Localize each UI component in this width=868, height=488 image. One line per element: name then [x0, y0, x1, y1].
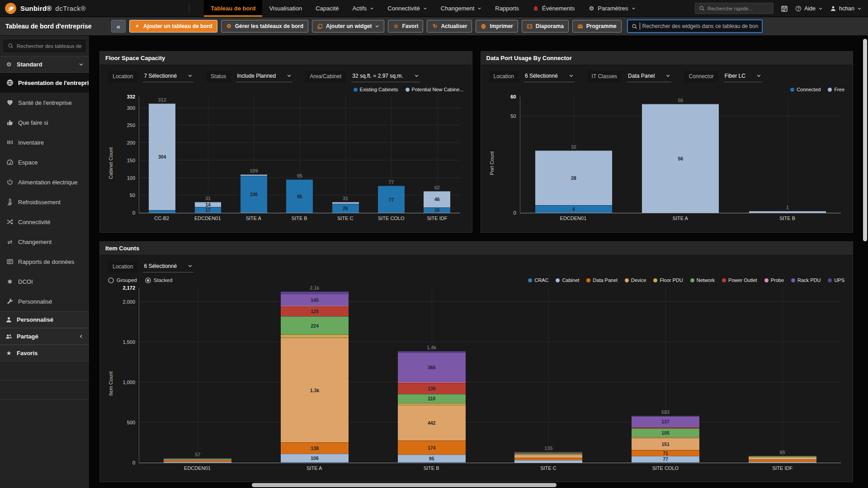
g-rer-les-tableaux-de-bord-button[interactable]: ⚙Gérer les tableaux de bord — [221, 20, 308, 33]
nav-item-v-nements[interactable]: Événements — [526, 0, 581, 17]
imprimer-button[interactable]: Imprimer — [476, 20, 518, 33]
legend-item-crac[interactable]: CRAC — [528, 277, 548, 283]
nav-item-label: Rapports — [495, 5, 519, 12]
calendar-icon[interactable] — [781, 5, 788, 12]
legend-item-power-outlet[interactable]: Power Outlet — [722, 277, 757, 283]
brand-product: dcTrack® — [55, 5, 86, 12]
help-menu[interactable]: Aide — [795, 5, 823, 12]
button-label: Programme — [586, 23, 617, 29]
sidebar-item-espace[interactable]: Espace — [0, 152, 89, 172]
favori-button[interactable]: ☆Favori — [388, 20, 423, 33]
vertical-scrollbar-thumb[interactable] — [863, 39, 867, 241]
radio-label: Stacked — [154, 277, 173, 283]
bar-total-label: 1.4k — [427, 345, 436, 350]
legend-item-rack-pdu[interactable]: Rack PDU — [791, 277, 821, 283]
bar-segment-power-outlet — [514, 453, 582, 453]
x-axis-label-site-c: SITE C — [322, 216, 368, 221]
legend-item-existing-cabinets[interactable]: Existing Cabinets — [354, 87, 398, 92]
sidebar-section-personnalis[interactable]: Personnalisé — [0, 311, 89, 328]
gear-icon: ⚙ — [588, 5, 594, 12]
radio-stacked[interactable]: Stacked — [145, 277, 173, 283]
sidebar-section-favoris[interactable]: ★Favoris — [0, 345, 89, 361]
legend-item-floor-pdu[interactable]: Floor PDU — [653, 277, 683, 283]
sidebar-item-label: Santé de l'entreprise — [18, 99, 72, 106]
sidebar-search-input[interactable] — [17, 43, 81, 49]
bar-stack: 77 — [378, 186, 405, 213]
nav-separator — [189, 3, 189, 14]
quick-search[interactable] — [695, 3, 774, 14]
filter-value-dropdown[interactable]: 32 sq.ft. = 2.97 sq.m. — [351, 71, 420, 82]
sidebar-item-connectivit[interactable]: Connectivité — [0, 212, 89, 232]
widget-search[interactable] — [627, 19, 763, 33]
sidebar-item-alimentation-lectrique[interactable]: Alimentation électrique — [0, 172, 89, 192]
bar-segment-power-outlet: 125 — [281, 306, 349, 316]
sidebar-section-label: Personnalisé — [17, 316, 53, 323]
legend-item-network[interactable]: Network — [690, 277, 715, 283]
bar-total-label: 31 — [205, 196, 211, 201]
bar-segment-potential-new-cabine — [241, 174, 267, 175]
bar-segment-cabinet: 95 — [398, 455, 466, 462]
nav-item-label: Connectivité — [387, 5, 420, 12]
nav-item-capacit[interactable]: Capacité — [309, 0, 345, 17]
widget-icon — [317, 23, 323, 29]
filter-value-dropdown[interactable]: 7 Sélectionné — [143, 71, 193, 82]
legend-dot — [690, 278, 694, 282]
sidebar-item-rapports-de-donn-es[interactable]: Rapports de données — [0, 252, 89, 272]
sidebar-item-label: DCOI — [18, 278, 33, 285]
shuffle-icon — [6, 218, 14, 225]
legend-item-probe[interactable]: Probe — [764, 277, 784, 283]
barcode-icon — [6, 139, 14, 146]
sidebar-item-inventaire[interactable]: Inventaire — [0, 132, 89, 152]
diaporama-button[interactable]: Diaporama — [522, 20, 569, 33]
legend-item-data-panel[interactable]: Data Panel — [586, 277, 617, 283]
sidebar-item-pr-sentation-de-l-entreprise[interactable]: Présentation de l'entreprise — [0, 73, 89, 93]
filter-value-dropdown[interactable]: 6 Sélectionné — [524, 71, 575, 82]
x-axis-label-site-b: SITE B — [373, 465, 490, 471]
filter-value-dropdown[interactable]: Data Panel — [627, 71, 671, 82]
nav-item-actifs[interactable]: Actifs — [346, 0, 381, 17]
nav-item-tableau-de-bord[interactable]: Tableau de bord — [204, 0, 262, 17]
widget-item-counts: Item CountsLocation6 SélectionnéGroupedS… — [99, 241, 853, 482]
chart-legend: ConnectedFree — [790, 87, 844, 92]
sidebar-item-personnalis[interactable]: Personnalisé — [0, 291, 89, 311]
ajouter-un-widget-button[interactable]: Ajouter un widget — [312, 20, 384, 33]
filter-value-dropdown[interactable]: Include Planned — [236, 71, 292, 82]
sidebar-item-dcoi[interactable]: ✱DCOI — [0, 272, 89, 291]
legend-item-cabinet[interactable]: Cabinet — [556, 277, 579, 283]
legend-item-ups[interactable]: UPS — [828, 277, 844, 283]
sidebar-item-refroidissement[interactable]: Refroidissement — [0, 192, 89, 212]
sidebar-item-que-faire-si[interactable]: Que faire si — [0, 113, 89, 132]
nav-item-changement[interactable]: Changement — [434, 0, 488, 17]
sidebar-section-partag[interactable]: Partagé — [0, 328, 89, 345]
legend-item-potential-new-cabine[interactable]: Potential New Cabine... — [406, 87, 464, 92]
sidebar-search[interactable] — [4, 40, 85, 52]
nav-right: Aide hchan — [695, 0, 868, 17]
ajouter-un-tableau-de-bord-button[interactable]: +Ajouter un tableau de bord — [129, 20, 217, 33]
sidebar-item-changement[interactable]: ⇄Changement — [0, 232, 89, 252]
bar-total-label: 1 — [786, 205, 789, 210]
filter-value-dropdown[interactable]: Fiber LC — [724, 71, 762, 82]
bar-segment-value: 304 — [149, 104, 175, 210]
legend-item-connected[interactable]: Connected — [790, 87, 821, 92]
sidebar-item-sant-de-l-entreprise[interactable]: Santé de l'entreprise — [0, 93, 89, 113]
quick-search-input[interactable] — [708, 6, 769, 11]
radio-grouped[interactable]: Grouped — [108, 277, 137, 283]
nav-item-visualisation[interactable]: Visualisation — [262, 0, 309, 17]
horizontal-scrollbar-thumb[interactable] — [252, 483, 557, 487]
collapse-sidebar-button[interactable]: « — [111, 20, 126, 33]
legend-item-free[interactable]: Free — [828, 87, 844, 92]
widget-search-input[interactable] — [642, 23, 758, 29]
bar-stack — [749, 211, 826, 213]
legend-item-device[interactable]: Device — [625, 277, 646, 283]
x-axis-label-site-a: SITE A — [256, 465, 373, 471]
sidebar-section-standard[interactable]: ⚙Standard — [0, 56, 89, 73]
programme-button[interactable]: Programme — [572, 20, 622, 33]
nav-item-connectivit[interactable]: Connectivité — [381, 0, 434, 17]
nav-item-rapports[interactable]: Rapports — [488, 0, 526, 17]
user-menu[interactable]: hchan — [830, 5, 862, 12]
bar-segment-free: 56 — [642, 104, 719, 213]
actualiser-button[interactable]: ↻Actualiser — [427, 20, 472, 33]
filter-value-dropdown[interactable]: 6 Sélectionné — [143, 261, 193, 272]
chevron-down-icon — [414, 73, 419, 78]
nav-item-param-tres[interactable]: ⚙Paramètres — [581, 0, 642, 17]
